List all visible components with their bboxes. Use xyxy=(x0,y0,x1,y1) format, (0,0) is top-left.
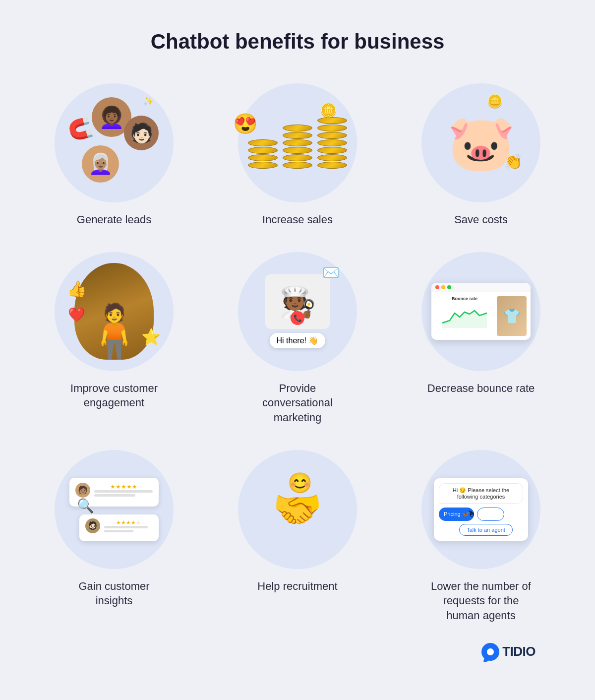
review-card-1: 🧑🏽 ★★★★★ 🔍 xyxy=(69,478,159,507)
card-help-recruitment: 🤝 😊 Help recruitment xyxy=(213,450,382,623)
talk-to-agent-button[interactable]: Talk to an agent xyxy=(459,524,513,536)
love-eyes-icon: 😍 xyxy=(233,112,258,135)
star-emoji-icon: ⭐ xyxy=(141,327,161,346)
browser-bar xyxy=(431,283,531,292)
minimize-dot xyxy=(441,285,445,289)
envelope-icon: ✉️ xyxy=(322,264,340,281)
coin-icon: 🪙 xyxy=(320,102,337,119)
card-label-decrease-bounce: Decrease bounce rate xyxy=(427,381,535,396)
video-card: 🧑🏾‍🍳 📞 xyxy=(265,274,330,329)
illustration-decrease-bounce: Bounce rate 👕 xyxy=(421,252,540,371)
face-3: 👩🏽‍🦳 xyxy=(82,145,119,183)
card-label-save-costs: Save costs xyxy=(454,212,508,227)
illustration-increase-sales: 😍 🪙 xyxy=(238,83,357,202)
card-decrease-bounce: Bounce rate 👕 Decrease bounce rate xyxy=(397,252,565,425)
card-label-generate-leads: Generate leads xyxy=(77,212,151,227)
card-customer-insights: 🧑🏽 ★★★★★ 🔍 🧔🏻 xyxy=(30,450,198,623)
avatar-2: 🧔🏻 xyxy=(85,518,100,533)
chatbot-ui: Hi 😏 Please select the following categor… xyxy=(434,478,528,541)
browser-content: Bounce rate 👕 xyxy=(431,292,531,340)
product-image: 👕 xyxy=(497,296,527,336)
close-dot xyxy=(435,285,439,289)
illustration-improve-engagement: 🧍 👍 ❤️ ⭐ xyxy=(55,252,174,371)
card-save-costs: 🐷 🪙 👏 Save costs xyxy=(397,83,565,227)
star-icon: ✨ xyxy=(143,96,154,107)
illustration-conversational-marketing: 🧑🏾‍🍳 📞 ✉️ Hi there! 👋 xyxy=(238,252,357,371)
browser-mockup: Bounce rate 👕 xyxy=(431,283,531,340)
avatar-1: 🧑🏽 xyxy=(75,483,90,498)
card-improve-engagement: 🧍 👍 ❤️ ⭐ Improve customer engagement xyxy=(30,252,198,425)
card-label-conversational-marketing: Provide conversational marketing xyxy=(243,381,352,425)
page-title: Chatbot benefits for business xyxy=(151,30,445,54)
bounce-rate-chart xyxy=(435,303,494,328)
card-generate-leads: 👩🏾‍🦱 🧑🏻 👩🏽‍🦳 🧲 ✨ Generate leads xyxy=(30,83,198,227)
card-lower-requests: Hi 😏 Please select the following categor… xyxy=(397,450,565,623)
bounce-rate-label: Bounce rate xyxy=(435,296,494,301)
illustration-lower-requests: Hi 😏 Please select the following categor… xyxy=(421,450,540,569)
coin-drop-icon: 🪙 xyxy=(487,94,503,109)
tidio-bubble-icon xyxy=(481,643,499,661)
card-increase-sales: 😍 🪙 Increase sales xyxy=(213,83,382,227)
bot-message: Hi 😏 Please select the following categor… xyxy=(439,483,523,504)
card-label-improve-engagement: Improve customer engagement xyxy=(60,381,169,410)
tidio-logo: TIDIO xyxy=(481,643,536,661)
maximize-dot xyxy=(447,285,451,289)
magnet-icon: 🧲 xyxy=(66,116,94,143)
chat-mockup: 🧑🏾‍🍳 📞 ✉️ Hi there! 👋 xyxy=(265,274,330,348)
tidio-text: TIDIO xyxy=(502,644,536,659)
card-label-lower-requests: Lower the number of requests for the hum… xyxy=(426,579,536,623)
chart-panel: Bounce rate xyxy=(435,296,494,336)
hi-there-bubble: Hi there! 👋 xyxy=(270,333,326,348)
blank-option-button[interactable] xyxy=(477,508,504,521)
card-label-increase-sales: Increase sales xyxy=(262,212,333,227)
card-label-help-recruitment: Help recruitment xyxy=(257,579,337,594)
stars-5: ★★★★★ xyxy=(94,483,153,490)
card-conversational-marketing: 🧑🏾‍🍳 📞 ✉️ Hi there! 👋 Provide conversati… xyxy=(213,252,382,425)
stars-4: ★★★★☆ xyxy=(104,519,153,526)
benefits-grid: 👩🏾‍🦱 🧑🏻 👩🏽‍🦳 🧲 ✨ Generate leads 😍 xyxy=(30,83,565,623)
illustration-save-costs: 🐷 🪙 👏 xyxy=(421,83,540,202)
review-card-2: 🧔🏻 ★★★★☆ xyxy=(79,514,159,541)
bot-message-text: Hi 😏 Please select the following categor… xyxy=(444,487,518,500)
bot-buttons: Pricing 🦋 xyxy=(439,508,523,521)
phone-button: 📞 xyxy=(291,311,304,325)
heart-icon: ❤️ xyxy=(68,307,85,323)
thumbs-up-icon: 👍 xyxy=(67,279,87,298)
magnify-icon: 🔍 xyxy=(77,498,94,514)
tidio-bubble-inner xyxy=(487,648,494,655)
illustration-help-recruitment: 🤝 😊 xyxy=(238,450,357,569)
illustration-generate-leads: 👩🏾‍🦱 🧑🏻 👩🏽‍🦳 🧲 ✨ xyxy=(55,83,174,202)
cursor-icon: 🖱 xyxy=(468,509,476,518)
card-label-customer-insights: Gain customer insights xyxy=(60,579,169,608)
smiling-face-icon: 😊 xyxy=(288,471,312,495)
piggy-bank: 🐷 🪙 👏 xyxy=(447,111,515,175)
face-2: 🧑🏻 xyxy=(124,116,159,150)
coins-stack: 😍 🪙 xyxy=(248,117,347,169)
illustration-customer-insights: 🧑🏽 ★★★★★ 🔍 🧔🏻 xyxy=(55,450,174,569)
handshake-area: 🤝 😊 xyxy=(273,486,322,533)
